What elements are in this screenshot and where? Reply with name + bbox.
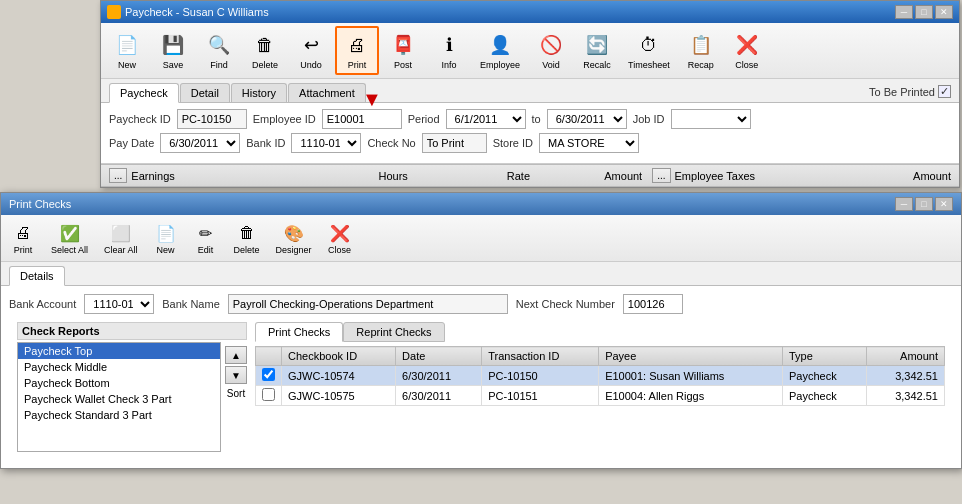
edit-icon: ✏: [194, 221, 218, 245]
sort-label: Sort: [227, 388, 245, 399]
edit-button[interactable]: ✏ Edit: [188, 218, 224, 258]
to-be-printed-checkbox[interactable]: ✓: [938, 85, 951, 98]
designer-button[interactable]: 🎨 Designer: [270, 218, 318, 258]
arrow-indicator: ▼: [362, 88, 382, 111]
period-to-select[interactable]: 6/30/2011: [547, 109, 627, 129]
row2-checkbox[interactable]: [256, 386, 282, 406]
row1-checkbox[interactable]: [256, 366, 282, 386]
print-checks-title: Print Checks: [9, 198, 71, 210]
save-button[interactable]: 💾 Save: [151, 27, 195, 74]
window-controls: ─ □ ✕: [895, 5, 953, 19]
table-row[interactable]: GJWC-10575 6/30/2011 PC-10151 E10004: Al…: [256, 386, 945, 406]
dialog-delete-button[interactable]: 🗑 Delete: [228, 218, 266, 258]
maximize-button[interactable]: □: [915, 5, 933, 19]
clear-all-icon: ⬜: [109, 221, 133, 245]
delete-icon: 🗑: [251, 31, 279, 59]
dialog-new-button[interactable]: 📄 New: [148, 218, 184, 258]
col-checkbox: [256, 347, 282, 366]
find-icon: 🔍: [205, 31, 233, 59]
tab-details[interactable]: Details: [9, 266, 65, 286]
sort-down-button[interactable]: ▼: [225, 366, 247, 384]
dialog-close-icon: ❌: [328, 221, 352, 245]
dialog-close-btn[interactable]: ❌ Close: [322, 218, 358, 258]
close-window-button[interactable]: ✕: [935, 5, 953, 19]
save-icon: 💾: [159, 31, 187, 59]
info-button[interactable]: ℹ Info: [427, 27, 471, 74]
row2-type: Paycheck: [782, 386, 866, 406]
timesheet-button[interactable]: ⏱ Timesheet: [621, 27, 677, 74]
post-button[interactable]: 📮 Post: [381, 27, 425, 74]
dialog-maximize-button[interactable]: □: [915, 197, 933, 211]
tab-paycheck[interactable]: Paycheck: [109, 83, 179, 103]
pay-date-select[interactable]: 6/30/2011: [160, 133, 240, 153]
find-button[interactable]: 🔍 Find: [197, 27, 241, 74]
store-id-select[interactable]: MA STORE: [539, 133, 639, 153]
designer-icon: 🎨: [282, 221, 306, 245]
minimize-button[interactable]: ─: [895, 5, 913, 19]
left-panel: Check Reports Paycheck Top Paycheck Midd…: [17, 322, 247, 452]
delete-button[interactable]: 🗑 Delete: [243, 27, 287, 74]
details-content: Bank Account 1110-01 Bank Name Next Chec…: [1, 286, 961, 468]
row1-transaction-id: PC-10150: [482, 366, 599, 386]
tab-reprint-checks[interactable]: Reprint Checks: [343, 322, 444, 342]
job-id-select[interactable]: [671, 109, 751, 129]
tab-detail[interactable]: Detail: [180, 83, 230, 102]
print-checks-titlebar: Print Checks ─ □ ✕: [1, 193, 961, 215]
dialog-print-button[interactable]: 🖨 Print: [5, 218, 41, 258]
col-type: Type: [782, 347, 866, 366]
dialog-bank-name-label: Bank Name: [162, 298, 219, 310]
employee-id-label: Employee ID: [253, 113, 316, 125]
sort-up-button[interactable]: ▲: [225, 346, 247, 364]
void-button[interactable]: 🚫 Void: [529, 27, 573, 74]
clear-all-button[interactable]: ⬜ Clear All: [98, 218, 144, 258]
paycheck-form: Paycheck ID Employee ID Period 6/1/2011 …: [101, 103, 959, 164]
pay-date-label: Pay Date: [109, 137, 154, 149]
select-all-button[interactable]: ✅ Select All: [45, 218, 94, 258]
tab-history[interactable]: History: [231, 83, 287, 102]
select-all-icon: ✅: [58, 221, 82, 245]
period-from-select[interactable]: 6/1/2011: [446, 109, 526, 129]
check-no-input[interactable]: [422, 133, 487, 153]
row2-date: 6/30/2011: [396, 386, 482, 406]
undo-button[interactable]: ↩ Undo: [289, 27, 333, 74]
close-paycheck-button[interactable]: ❌ Close: [725, 27, 769, 74]
paycheck-id-input[interactable]: [177, 109, 247, 129]
job-id-label: Job ID: [633, 113, 665, 125]
col-transaction-id: Transaction ID: [482, 347, 599, 366]
reports-list: Paycheck Top Paycheck Middle Paycheck Bo…: [17, 342, 221, 452]
dialog-close-button[interactable]: ✕: [935, 197, 953, 211]
employee-id-input[interactable]: [322, 109, 402, 129]
recap-icon: 📋: [687, 31, 715, 59]
bank-account-label: Bank Account: [9, 298, 76, 310]
employee-icon: 👤: [486, 31, 514, 59]
period-label: Period: [408, 113, 440, 125]
new-button[interactable]: 📄 New: [105, 27, 149, 74]
report-standard-3part[interactable]: Paycheck Standard 3 Part: [18, 407, 220, 423]
recap-button[interactable]: 📋 Recap: [679, 27, 723, 74]
bank-account-select[interactable]: 1110-01: [84, 294, 154, 314]
paycheck-toolbar: 📄 New 💾 Save 🔍 Find 🗑 Delete ↩ Undo 🖨 Pr…: [101, 23, 959, 79]
recalc-button[interactable]: 🔄 Recalc: [575, 27, 619, 74]
tab-print-checks[interactable]: Print Checks: [255, 322, 343, 342]
tab-attachment[interactable]: Attachment: [288, 83, 366, 102]
earnings-btn[interactable]: ...: [109, 168, 127, 183]
amount2-header: Amount: [859, 170, 951, 182]
col-amount: Amount: [867, 347, 945, 366]
report-paycheck-top[interactable]: Paycheck Top: [18, 343, 220, 359]
print-button[interactable]: 🖨 Print: [335, 26, 379, 75]
report-paycheck-bottom[interactable]: Paycheck Bottom: [18, 375, 220, 391]
employee-taxes-btn[interactable]: ...: [652, 168, 670, 183]
row1-payee: E10001: Susan Williams: [599, 366, 783, 386]
col-payee: Payee: [599, 347, 783, 366]
employee-button[interactable]: 👤 Employee: [473, 27, 527, 74]
report-paycheck-middle[interactable]: Paycheck Middle: [18, 359, 220, 375]
report-wallet-check[interactable]: Paycheck Wallet Check 3 Part: [18, 391, 220, 407]
check-no-label: Check No: [367, 137, 415, 149]
bank-id-select[interactable]: 1110-01: [291, 133, 361, 153]
dialog-minimize-button[interactable]: ─: [895, 197, 913, 211]
table-row[interactable]: GJWC-10574 6/30/2011 PC-10150 E10001: Su…: [256, 366, 945, 386]
store-id-label: Store ID: [493, 137, 533, 149]
next-check-input[interactable]: [623, 294, 683, 314]
checks-table: Checkbook ID Date Transaction ID Payee T…: [255, 346, 945, 406]
dialog-new-icon: 📄: [154, 221, 178, 245]
